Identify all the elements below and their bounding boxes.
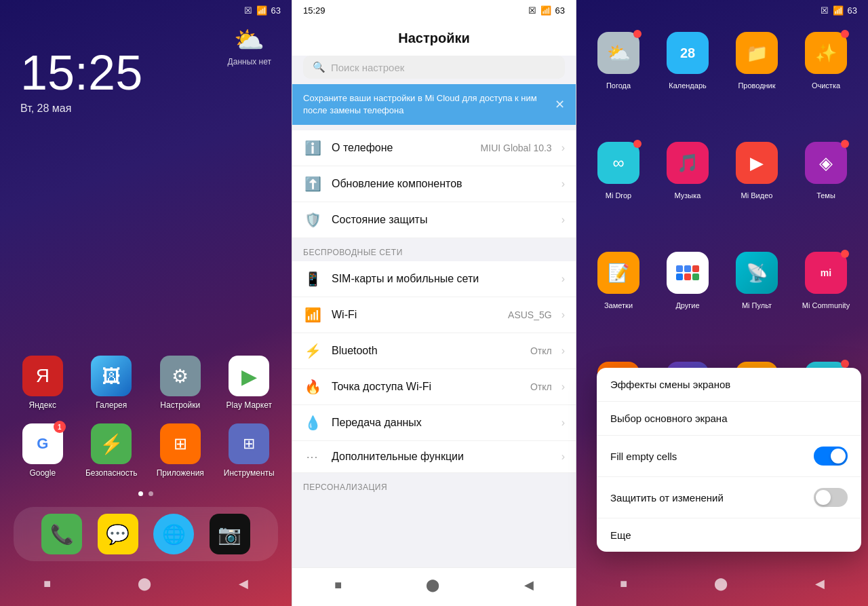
- settings-item-bluetooth[interactable]: ⚡ Bluetooth Откл ›: [292, 333, 576, 369]
- nav-square-apps[interactable]: ■: [616, 573, 631, 595]
- app-playstore[interactable]: ▶ Play Маркет: [220, 356, 279, 410]
- app3-others[interactable]: Другие: [656, 252, 719, 355]
- nav-bar-home: ■ ⬤ ◀: [0, 567, 292, 606]
- settings-value-wifi: ASUS_5G: [508, 309, 552, 320]
- app-icon-gallery: 🖼: [91, 356, 132, 396]
- dock-camera[interactable]: 📷: [210, 514, 250, 554]
- dock-icon-browser: 🌐: [153, 514, 194, 554]
- dock-icon-phone: 📞: [41, 514, 82, 554]
- dock-icon-messages: 💬: [98, 514, 138, 554]
- label3-weather: Погода: [606, 81, 631, 90]
- app-grid-row1: Я Яндекс 🖼 Галерея ⚙ Настройки ▶ Play Ма…: [0, 356, 292, 410]
- app-security[interactable]: ⚡ Безопасность: [83, 423, 141, 478]
- label3-notes: Заметки: [604, 301, 633, 309]
- icon3-midrop: ∞: [597, 142, 639, 184]
- icon3-calendar: 28: [667, 32, 709, 74]
- app-settings[interactable]: ⚙ Настройки: [151, 356, 210, 410]
- app-tools[interactable]: ⊞ Инструменты: [220, 423, 279, 478]
- settings-item-sim[interactable]: 📱 SIM-карты и мобильные сети ›: [292, 261, 576, 297]
- app3-clean[interactable]: ✨ Очистка: [795, 32, 857, 135]
- toggle-fill-cells[interactable]: [814, 447, 848, 466]
- settings-item-wifi[interactable]: 📶 Wi-Fi ASUS_5G ›: [292, 297, 576, 333]
- dock-browser[interactable]: 🌐: [153, 514, 194, 554]
- app3-midrop[interactable]: ∞ Mi Drop: [587, 142, 650, 245]
- context-item-protect[interactable]: Защитить от изменений: [597, 477, 861, 518]
- app3-mivideo[interactable]: ▶ Mi Видео: [726, 142, 788, 245]
- toggle-knob-protect: [816, 490, 831, 505]
- dock-row: 📞 💬 🌐 📷: [14, 507, 278, 561]
- icon-more: ···: [303, 451, 322, 462]
- dock-area: Я Яндекс 🖼 Галерея ⚙ Настройки ▶ Play Ма…: [0, 356, 292, 606]
- app-yandex[interactable]: Я Яндекс: [14, 356, 72, 410]
- dock-icon-camera: 📷: [210, 514, 250, 554]
- nav-back-home[interactable]: ◀: [235, 572, 252, 595]
- app3-weather[interactable]: ⛅ Погода: [587, 32, 650, 135]
- search-bar[interactable]: 🔍 Поиск настроек: [303, 56, 565, 79]
- nav-square-home[interactable]: ■: [39, 573, 55, 595]
- app3-explorer[interactable]: 📁 Проводник: [726, 32, 788, 135]
- no-data-label: Данных нет: [228, 57, 271, 67]
- dock-phone[interactable]: 📞: [41, 514, 82, 554]
- app-label-applist: Приложения: [157, 468, 204, 478]
- app-icon-yandex: Я: [22, 356, 63, 396]
- icon-hotspot: 🔥: [303, 379, 322, 395]
- status-bar-settings: 15:29 ☒ 📶 63: [292, 0, 576, 21]
- icon-data: 💧: [303, 415, 322, 431]
- settings-item-update[interactable]: ⬆️ Обновление компонентов ›: [292, 166, 576, 202]
- app3-music[interactable]: 🎵 Музыка: [656, 142, 719, 245]
- context-item-fill-cells[interactable]: Fill empty cells: [597, 436, 861, 477]
- context-label-fill-cells: Fill empty cells: [610, 451, 677, 462]
- app3-themes[interactable]: ◈ Темы: [795, 142, 857, 245]
- clock-date: Вт, 28 мая: [20, 102, 271, 115]
- dot-clean: [841, 30, 849, 38]
- signal-icon-apps: ☒: [821, 5, 829, 16]
- battery-settings: 63: [555, 5, 565, 16]
- app-icon-google: G1: [22, 423, 63, 464]
- nav-home-home[interactable]: ⬤: [134, 572, 155, 595]
- settings-item-security[interactable]: 🛡️ Состояние защиты ›: [292, 202, 576, 238]
- context-item-more[interactable]: Еще: [597, 518, 861, 552]
- settings-item-about[interactable]: ℹ️ О телефоне MIUI Global 10.3 ›: [292, 130, 576, 166]
- icon3-explorer: 📁: [736, 32, 778, 74]
- settings-title: Настройки: [292, 21, 576, 56]
- app-applist[interactable]: ⊞ Приложения: [151, 423, 210, 478]
- label3-music: Музыка: [675, 191, 701, 200]
- icon3-others: [667, 252, 709, 294]
- app3-mipult[interactable]: 📡 Mi Пульт: [726, 252, 788, 355]
- app-icon-applist: ⊞: [160, 423, 201, 464]
- nav-home-settings[interactable]: ⬤: [422, 573, 443, 596]
- context-item-effects[interactable]: Эффекты смены экранов: [597, 368, 861, 402]
- nav-home-apps[interactable]: ⬤: [710, 572, 732, 595]
- settings-text-hotspot: Точка доступа Wi-Fi: [332, 381, 521, 393]
- cloud-banner-close[interactable]: ✕: [555, 96, 565, 113]
- settings-text-sim: SIM-карты и мобильные сети: [332, 273, 552, 285]
- app-label-gallery: Галерея: [96, 400, 127, 410]
- toggle-protect[interactable]: [814, 488, 848, 507]
- signal-icon-settings: ☒: [528, 5, 536, 16]
- app3-calendar[interactable]: 28 Календарь: [656, 32, 719, 135]
- settings-title-hotspot: Точка доступа Wi-Fi: [332, 381, 521, 393]
- settings-text-data: Передача данных: [332, 417, 552, 429]
- app-google[interactable]: G1 Google: [14, 423, 72, 478]
- app3-micommunity[interactable]: mi Mi Community: [795, 252, 857, 355]
- app-gallery[interactable]: 🖼 Галерея: [83, 356, 141, 410]
- context-item-main-screen[interactable]: Выбор основного экрана: [597, 402, 861, 436]
- status-bar-apps: ☒ 📶 63: [576, 0, 868, 21]
- status-icon-wifi: 📶: [256, 5, 267, 16]
- chevron-update: ›: [561, 178, 565, 190]
- app-grid-row2: G1 Google ⚡ Безопасность ⊞ Приложения ⊞ …: [0, 423, 292, 478]
- settings-title-sim: SIM-карты и мобильные сети: [332, 273, 552, 285]
- settings-item-more[interactable]: ··· Дополнительные функции ›: [292, 441, 576, 473]
- chevron-hotspot: ›: [561, 381, 565, 393]
- nav-back-apps[interactable]: ◀: [811, 572, 829, 595]
- chevron-wifi: ›: [561, 309, 565, 321]
- panel-home: ☒ 📶 63 15:25 Вт, 28 мая ⛅ Данных нет Я Я…: [0, 0, 292, 606]
- nav-back-settings[interactable]: ◀: [520, 573, 538, 596]
- app3-notes[interactable]: 📝 Заметки: [587, 252, 650, 355]
- dock-messages[interactable]: 💬: [98, 514, 138, 554]
- nav-square-settings[interactable]: ■: [330, 574, 346, 596]
- app-label-settings: Настройки: [160, 400, 200, 410]
- settings-item-data[interactable]: 💧 Передача данных ›: [292, 405, 576, 441]
- settings-item-hotspot[interactable]: 🔥 Точка доступа Wi-Fi Откл ›: [292, 369, 576, 405]
- app-icon-tools: ⊞: [229, 423, 269, 464]
